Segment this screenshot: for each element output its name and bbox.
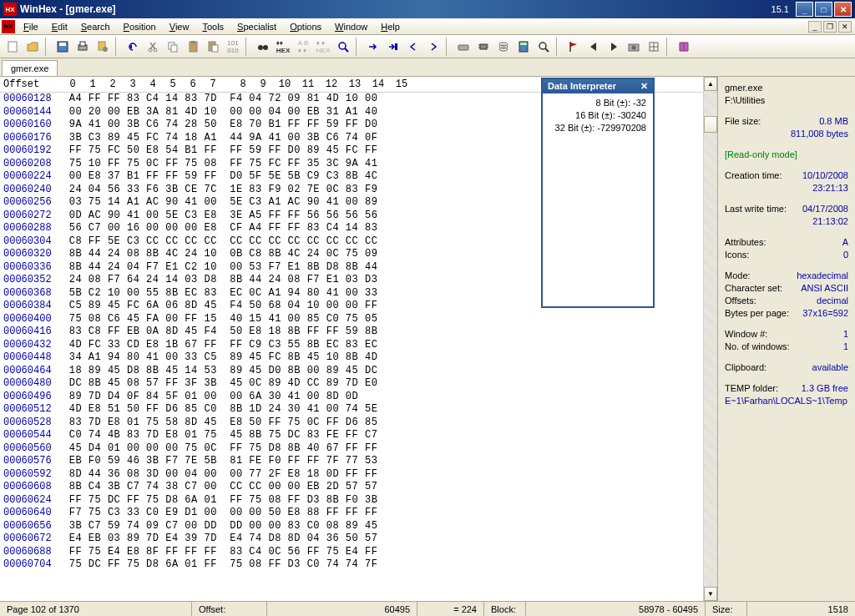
back-button[interactable] xyxy=(404,38,422,56)
hex-bytes[interactable]: FF 75 E4 E8 8F FF FF FF 83 C4 0C 56 FF 7… xyxy=(63,546,377,559)
hex-bytes[interactable]: 75 10 FF 75 0C FF 75 08 FF 75 FC FF 35 3… xyxy=(63,158,377,171)
data-interpreter-panel[interactable]: Data Interpreter ✕ 8 Bit (±): -32 16 Bit… xyxy=(541,78,655,308)
hex-row[interactable]: 00060672 E4 EB 03 89 7D E4 39 7D E4 74 D… xyxy=(0,533,703,546)
position-manager-button[interactable] xyxy=(564,38,583,56)
hex-row[interactable]: 00060432 4D FC 33 CD E8 1B 67 FF FF C9 C… xyxy=(0,339,703,352)
find-hex-alt-button[interactable]: ♦ ♦HEX xyxy=(314,38,332,56)
hex-bytes[interactable]: 18 89 45 D8 8B 45 14 53 89 45 D0 8B 00 8… xyxy=(63,365,377,378)
hex-bytes[interactable]: 34 A1 94 80 41 00 33 C5 89 45 FC 8B 45 1… xyxy=(63,351,377,365)
hex-bytes[interactable]: 8D 44 36 08 3D 00 04 00 00 77 2F E8 18 0… xyxy=(63,468,377,482)
hex-bytes[interactable]: DC 8B 45 08 57 FF 3F 3B 45 0C 89 4D CC 8… xyxy=(63,377,377,391)
snapshot-button[interactable] xyxy=(625,38,643,56)
hex-bytes[interactable]: A4 FF FF 83 C4 14 83 7D F4 04 72 09 81 4… xyxy=(63,93,377,106)
hex-bytes[interactable]: 00 20 00 EB 3A 81 4D 10 00 00 04 00 EB 3… xyxy=(63,106,377,119)
undo-button[interactable] xyxy=(124,38,142,56)
print-button[interactable] xyxy=(73,38,92,56)
hex-bytes[interactable]: 75 DC FF 75 D8 6A 01 FF 75 08 FF D3 C0 7… xyxy=(63,558,377,572)
hex-bytes[interactable]: 56 C7 00 16 00 00 00 E8 CF A4 FF FF 83 C… xyxy=(63,222,377,235)
goto-button[interactable] xyxy=(364,38,382,56)
template-button[interactable] xyxy=(645,38,663,56)
menu-window[interactable]: Window xyxy=(328,20,374,33)
hex-bytes[interactable]: EB F0 59 46 3B F7 7E 5B 81 FE F0 FF FF 7… xyxy=(63,455,377,468)
hex-bytes[interactable]: 75 08 C6 45 FA 00 FF 15 40 15 41 00 85 C… xyxy=(63,313,377,326)
hex-bytes[interactable]: 03 75 14 A1 AC 90 41 00 5E C3 A1 AC 90 4… xyxy=(63,196,377,210)
hex-row[interactable]: 00060592 8D 44 36 08 3D 00 04 00 00 77 2… xyxy=(0,468,703,482)
scroll-up-button[interactable]: ▲ xyxy=(704,77,717,91)
menu-specialist[interactable]: Specialist xyxy=(230,20,283,33)
cut-button[interactable] xyxy=(144,38,162,56)
hex-row[interactable]: 00060512 4D E8 51 50 FF D6 85 C0 8B 1D 2… xyxy=(0,403,703,417)
hex-row[interactable]: 00060528 83 7D E8 01 75 58 8D 45 E8 50 F… xyxy=(0,417,703,430)
hex-row[interactable]: 00060688 FF 75 E4 E8 8F FF FF FF 83 C4 0… xyxy=(0,546,703,559)
hex-bytes[interactable]: C8 FF 5E C3 CC CC CC CC CC CC CC CC CC C… xyxy=(63,235,377,249)
properties-button[interactable] xyxy=(94,38,112,56)
hex-row[interactable]: 00060400 75 08 C6 45 FA 00 FF 15 40 15 4… xyxy=(0,313,703,326)
hex-bytes[interactable]: 45 D4 01 00 00 00 75 0C FF 75 D8 8B 40 6… xyxy=(63,442,377,456)
mdi-restore-button[interactable]: ❐ xyxy=(823,21,837,33)
menu-search[interactable]: Search xyxy=(74,20,117,33)
menu-position[interactable]: Position xyxy=(117,20,163,33)
maximize-button[interactable]: □ xyxy=(815,2,832,17)
hex-bytes[interactable]: 24 08 F7 64 24 14 03 D8 8B 44 24 08 F7 E… xyxy=(63,274,377,287)
hex-row[interactable]: 00060608 8B C4 3B C7 74 38 C7 00 CC CC 0… xyxy=(0,481,703,494)
hex-row[interactable]: 00060480 DC 8B 45 08 57 FF 3F 3B 45 0C 8… xyxy=(0,377,703,391)
hex-row[interactable]: 00060624 FF 75 DC FF 75 D8 6A 01 FF 75 0… xyxy=(0,494,703,507)
prev-button[interactable] xyxy=(584,38,603,56)
hex-bytes[interactable]: 4D E8 51 50 FF D6 85 C0 8B 1D 24 30 41 0… xyxy=(63,403,377,417)
hex-bytes[interactable]: FF 75 DC FF 75 D8 6A 01 FF 75 08 FF D3 8… xyxy=(63,494,377,507)
menu-options[interactable]: Options xyxy=(283,20,328,33)
open-disk-button[interactable] xyxy=(454,38,473,56)
hex-bytes[interactable]: 8B 44 24 04 F7 E1 C2 10 00 53 F7 E1 8B D… xyxy=(63,261,377,275)
hex-row[interactable]: 00060560 45 D4 01 00 00 00 75 0C FF 75 D… xyxy=(0,442,703,456)
hex-row[interactable]: 00060496 89 7D D4 0F 84 5F 01 00 00 6A 3… xyxy=(0,391,703,404)
hex-bytes[interactable]: F7 75 C3 33 C0 E9 D1 00 00 00 50 E8 88 F… xyxy=(63,507,377,520)
open-chip-button[interactable] xyxy=(474,38,493,56)
hex-bytes[interactable]: E4 EB 03 89 7D E4 39 7D E4 74 D8 8D 04 3… xyxy=(63,533,377,546)
menu-file[interactable]: File xyxy=(17,20,45,33)
hex-bytes[interactable]: 89 7D D4 0F 84 5F 01 00 00 6A 30 41 00 8… xyxy=(63,391,358,404)
hex-row[interactable]: 00060544 C0 74 4B 83 7D E8 01 75 45 8B 7… xyxy=(0,429,703,442)
file-tab[interactable]: gmer.exe xyxy=(2,60,58,76)
hex-bytes[interactable]: 8B 44 24 08 8B 4C 24 10 0B C8 8B 4C 24 0… xyxy=(63,248,377,261)
hex-row[interactable]: 00060640 F7 75 C3 33 C0 E9 D1 00 00 00 5… xyxy=(0,507,703,520)
hex-bytes[interactable]: 83 C8 FF EB 0A 8D 45 F4 50 E8 18 8B FF F… xyxy=(63,326,377,339)
close-button[interactable]: ✕ xyxy=(834,2,852,17)
goto-marker-button[interactable] xyxy=(384,38,402,56)
forward-button[interactable] xyxy=(424,38,443,56)
mdi-minimize-button[interactable]: _ xyxy=(808,21,822,33)
hex-bytes[interactable]: 4D FC 33 CD E8 1B 67 FF FF C9 C3 55 8B E… xyxy=(63,339,377,352)
save-button[interactable] xyxy=(53,38,72,56)
hex-bytes[interactable]: 3B C3 89 45 FC 74 18 A1 44 9A 41 00 3B C… xyxy=(63,132,377,145)
hex-bytes[interactable]: 83 7D E8 01 75 58 8D 45 E8 50 FF 75 0C F… xyxy=(63,417,377,430)
mdi-close-button[interactable]: ✕ xyxy=(838,21,852,33)
hex-bytes[interactable]: C5 89 45 FC 6A 06 8D 45 F4 50 68 04 10 0… xyxy=(63,300,377,313)
hex-row[interactable]: 00060576 EB F0 59 46 3B F7 7E 5B 81 FE F… xyxy=(0,455,703,468)
help-button[interactable] xyxy=(675,38,693,56)
find-button[interactable] xyxy=(254,38,272,56)
hex-bytes[interactable]: 9A 41 00 3B C6 74 28 50 E8 70 B1 FF FF 5… xyxy=(63,119,377,132)
new-file-button[interactable] xyxy=(3,38,22,56)
clipboard-button[interactable] xyxy=(184,38,202,56)
next-button[interactable] xyxy=(605,38,623,56)
hex-bytes[interactable]: C0 74 4B 83 7D E8 01 75 45 8B 75 DC 83 F… xyxy=(63,429,377,442)
hex-row[interactable]: 00060656 3B C7 59 74 09 C7 00 DD DD 00 0… xyxy=(0,520,703,533)
hex-row[interactable]: 00060704 75 DC FF 75 D8 6A 01 FF 75 08 F… xyxy=(0,558,703,572)
vertical-scrollbar[interactable]: ▲ ▼ xyxy=(703,77,717,601)
copy-button[interactable] xyxy=(164,38,182,56)
hex-bytes[interactable]: FF 75 FC 50 E8 54 B1 FF FF 59 FF D0 89 4… xyxy=(63,144,377,158)
calculator-button[interactable] xyxy=(514,38,533,56)
scroll-track[interactable] xyxy=(704,91,717,587)
hex-bytes[interactable]: 00 E8 37 B1 FF FF 59 FF D0 5F 5E 5B C9 C… xyxy=(63,170,377,184)
scroll-thumb[interactable] xyxy=(704,116,717,133)
hex-bytes[interactable]: 0D AC 90 41 00 5E C3 E8 3E A5 FF FF 56 5… xyxy=(63,210,377,223)
hex-row[interactable]: 00060416 83 C8 FF EB 0A 8D 45 F4 50 E8 1… xyxy=(0,326,703,339)
hex-bytes[interactable]: 24 04 56 33 F6 3B CE 7C 1E 83 F9 02 7E 0… xyxy=(63,184,377,197)
open-file-button[interactable] xyxy=(23,38,42,56)
menu-help[interactable]: Help xyxy=(374,20,407,33)
ascii-hex-button[interactable]: 101010 xyxy=(224,38,242,56)
minimize-button[interactable]: _ xyxy=(796,2,813,17)
menu-view[interactable]: View xyxy=(163,20,196,33)
interpreter-close-button[interactable]: ✕ xyxy=(640,81,648,92)
hex-bytes[interactable]: 5B C2 10 00 55 8B EC 83 EC 0C A1 94 80 4… xyxy=(63,287,377,300)
find-again-button[interactable] xyxy=(334,38,352,56)
